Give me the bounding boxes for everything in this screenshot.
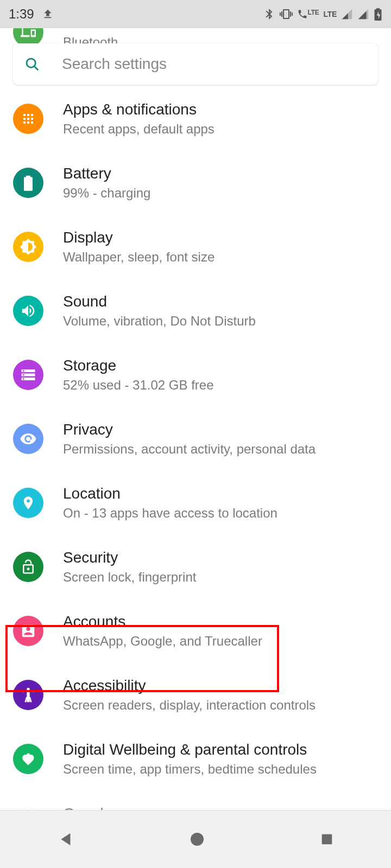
item-subtitle: Recent apps, default apps: [63, 122, 378, 137]
bluetooth-icon: [263, 7, 275, 21]
svg-point-13: [27, 688, 29, 691]
item-title: Location: [63, 485, 378, 502]
item-title: Google: [63, 805, 378, 810]
settings-item-sound[interactable]: Sound Volume, vibration, Do Not Disturb: [0, 279, 391, 343]
settings-item-google[interactable]: Google Services & preferences: [0, 791, 391, 810]
display-icon: [13, 232, 43, 262]
settings-item-location[interactable]: Location On - 13 apps have access to loc…: [0, 471, 391, 535]
svg-line-1: [34, 66, 38, 70]
privacy-icon: [13, 424, 43, 454]
svg-point-5: [23, 118, 26, 120]
nav-home-icon[interactable]: [188, 831, 206, 848]
signal-icon-1: [341, 8, 353, 20]
item-title: Sound: [63, 293, 378, 310]
nav-back-icon[interactable]: [56, 830, 75, 848]
settings-item-accessibility[interactable]: Accessibility Screen readers, display, i…: [0, 663, 391, 727]
item-title: Security: [63, 549, 378, 566]
lte-label-2: LTE: [323, 10, 337, 18]
item-subtitle: Bluetooth: [63, 35, 378, 43]
item-subtitle: 52% used - 31.02 GB free: [63, 378, 378, 393]
signal-icon-2: [357, 8, 369, 20]
item-title: Apps & notifications: [63, 101, 378, 118]
apps-icon: [13, 104, 43, 134]
item-title: Battery: [63, 165, 378, 182]
sound-icon: [13, 296, 43, 326]
item-title: Storage: [63, 357, 378, 374]
item-title: Connected devices: [63, 28, 378, 31]
devices-icon: [13, 28, 43, 43]
svg-point-0: [27, 59, 35, 67]
accounts-icon: [13, 616, 43, 646]
svg-point-6: [27, 118, 30, 120]
item-subtitle: WhatsApp, Google, and Truecaller: [63, 634, 378, 649]
settings-item-battery[interactable]: Battery 99% - charging: [0, 151, 391, 215]
upload-icon: [42, 8, 54, 20]
settings-item-accounts[interactable]: Accounts WhatsApp, Google, and Truecalle…: [0, 599, 391, 663]
item-subtitle: On - 13 apps have access to location: [63, 506, 378, 521]
svg-point-10: [31, 122, 34, 124]
battery-icon: [13, 168, 43, 198]
settings-item-security[interactable]: Security Screen lock, fingerprint: [0, 535, 391, 599]
svg-point-7: [31, 118, 34, 120]
item-title: Digital Wellbeing & parental controls: [63, 741, 378, 758]
nav-recent-icon[interactable]: [319, 832, 335, 847]
volte-call-icon: [297, 9, 308, 20]
search-box[interactable]: [13, 43, 378, 85]
status-bar: 1:39 LTE LTE: [0, 0, 391, 28]
svg-point-2: [23, 114, 26, 117]
wellbeing-icon: [13, 744, 43, 774]
item-subtitle: Permissions, account activity, personal …: [63, 442, 378, 457]
settings-item-storage[interactable]: Storage 52% used - 31.02 GB free: [0, 343, 391, 407]
security-icon: [13, 552, 43, 582]
storage-icon: [13, 360, 43, 390]
lte-label: LTE: [308, 9, 319, 16]
settings-list[interactable]: Connected devices Bluetooth Apps & notif…: [0, 28, 391, 810]
svg-rect-12: [31, 441, 33, 443]
svg-point-15: [191, 833, 204, 846]
svg-point-9: [27, 122, 30, 124]
settings-item-display[interactable]: Display Wallpaper, sleep, font size: [0, 215, 391, 279]
settings-item-wellbeing[interactable]: Digital Wellbeing & parental controls Sc…: [0, 727, 391, 791]
item-subtitle: Screen readers, display, interaction con…: [63, 698, 378, 713]
status-time: 1:39: [9, 7, 34, 22]
svg-point-4: [31, 114, 34, 117]
item-title: Accounts: [63, 613, 378, 630]
item-title: Privacy: [63, 421, 378, 438]
settings-item-apps[interactable]: Apps & notifications Recent apps, defaul…: [0, 87, 391, 151]
search-icon: [24, 56, 40, 72]
item-subtitle: 99% - charging: [63, 186, 378, 201]
item-title: Display: [63, 229, 378, 246]
accessibility-icon: [13, 680, 43, 710]
svg-point-3: [27, 114, 30, 117]
settings-item-privacy[interactable]: Privacy Permissions, account activity, p…: [0, 407, 391, 471]
battery-charging-icon: [374, 7, 382, 21]
search-input[interactable]: [62, 55, 367, 73]
item-subtitle: Volume, vibration, Do Not Disturb: [63, 314, 378, 329]
item-subtitle: Screen lock, fingerprint: [63, 570, 378, 585]
svg-rect-16: [321, 834, 332, 845]
item-subtitle: Screen time, app timers, bedtime schedul…: [63, 762, 378, 777]
navigation-bar: [0, 810, 391, 868]
settings-item-connected-devices[interactable]: Connected devices Bluetooth: [0, 28, 391, 43]
item-title: Accessibility: [63, 677, 378, 694]
item-subtitle: Wallpaper, sleep, font size: [63, 250, 378, 265]
vibrate-icon: [280, 8, 293, 21]
location-icon: [13, 488, 43, 518]
svg-point-8: [23, 122, 26, 124]
